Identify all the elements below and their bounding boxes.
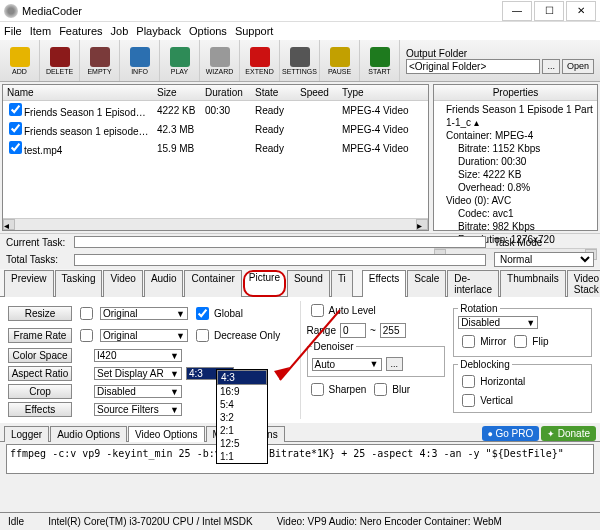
ar-option[interactable]: 4:3 — [217, 370, 267, 385]
ar-option[interactable]: 2:1 — [217, 424, 267, 437]
prop-codec: Codec: avc1 — [438, 207, 593, 220]
tab-ti[interactable]: Ti — [331, 270, 353, 297]
col-duration[interactable]: Duration — [201, 85, 251, 100]
ar-option[interactable]: 16:9 — [217, 385, 267, 398]
effects-button[interactable]: Effects — [8, 402, 72, 417]
file-list[interactable]: Name Size Duration State Speed Type Frie… — [2, 84, 429, 231]
resize-select[interactable]: Original▼ — [100, 307, 188, 320]
file-checkbox[interactable] — [9, 141, 22, 154]
decrease-check[interactable]: Decrease Only — [192, 326, 280, 345]
tab-logger[interactable]: Logger — [4, 426, 49, 442]
sharpen-check[interactable]: Sharpen — [307, 380, 367, 399]
tab-container[interactable]: Container — [184, 270, 241, 297]
toolbar-info[interactable]: INFO — [120, 40, 160, 81]
output-folder-input[interactable] — [406, 59, 540, 74]
file-row[interactable]: Friends season 1 episode 1 part 1...42.3… — [3, 120, 428, 139]
col-state[interactable]: State — [251, 85, 296, 100]
file-checkbox[interactable] — [9, 122, 22, 135]
command-line[interactable]: ffmpeg -c:v vp9 -keyint_min 25 -b:v ${Vi… — [6, 444, 594, 474]
toolbar-play[interactable]: PLAY — [160, 40, 200, 81]
aspect-button[interactable]: Aspect Ratio — [8, 366, 72, 381]
col-size[interactable]: Size — [153, 85, 201, 100]
horizontal-check[interactable]: Horizontal — [458, 372, 525, 391]
tab-thumbnails[interactable]: Thumbnails — [500, 270, 566, 297]
output-folder-open[interactable]: Open — [562, 59, 594, 74]
col-type[interactable]: Type — [338, 85, 428, 100]
crop-button[interactable]: Crop — [8, 384, 72, 399]
tab-preview[interactable]: Preview — [4, 270, 54, 297]
output-folder-browse[interactable]: ... — [542, 59, 560, 74]
global-check[interactable]: Global — [192, 304, 243, 323]
menu-file[interactable]: File — [4, 25, 22, 37]
maximize-button[interactable]: ☐ — [534, 1, 564, 21]
menu-options[interactable]: Options — [189, 25, 227, 37]
tab-deinterlace[interactable]: De-interlace — [447, 270, 499, 297]
blur-check[interactable]: Blur — [370, 380, 410, 399]
aspect-ratio-dropdown[interactable]: 4:316:95:43:22:112:51:1 — [216, 369, 268, 464]
tab-sound[interactable]: Sound — [287, 270, 330, 297]
mirror-check[interactable]: Mirror — [458, 332, 506, 351]
denoiser-browse[interactable]: ... — [386, 357, 404, 371]
ar-option[interactable]: 3:2 — [217, 411, 267, 424]
toolbar-empty[interactable]: EMPTY — [80, 40, 120, 81]
aspect-select[interactable]: Set Display AR▼ — [94, 367, 182, 380]
framerate-button[interactable]: Frame Rate — [8, 328, 72, 343]
colorspace-button[interactable]: Color Space — [8, 348, 72, 363]
autolevel-check[interactable]: Auto Level — [307, 301, 376, 320]
toolbar-wizard[interactable]: WIZARD — [200, 40, 240, 81]
tab-video[interactable]: Video — [103, 270, 142, 297]
colorspace-select[interactable]: I420▼ — [94, 349, 182, 362]
close-button[interactable]: ✕ — [566, 1, 596, 21]
resize-check[interactable] — [76, 304, 96, 323]
task-mode-select[interactable]: Normal — [494, 252, 594, 267]
prop-root[interactable]: Friends Season 1 Episode 1 Part 1-1_c ▴ — [438, 103, 593, 129]
tab-videostack[interactable]: Video Stack — [567, 270, 600, 297]
toolbar-extend[interactable]: EXTEND — [240, 40, 280, 81]
tab-audio[interactable]: Audio — [144, 270, 184, 297]
ar-option[interactable]: 12:5 — [217, 437, 267, 450]
file-row[interactable]: Friends Season 1 Episode 1 Part 1...4222… — [3, 101, 428, 120]
toolbar-settings[interactable]: SETTINGS — [280, 40, 320, 81]
minimize-button[interactable]: — — [502, 1, 532, 21]
rotation-select[interactable]: Disabled▼ — [458, 316, 538, 329]
framerate-check[interactable] — [76, 326, 96, 345]
status-bar: Idle Intel(R) Core(TM) i3-7020U CPU / In… — [0, 512, 600, 530]
col-speed[interactable]: Speed — [296, 85, 338, 100]
ar-option[interactable]: 5:4 — [217, 398, 267, 411]
menu-item[interactable]: Item — [30, 25, 51, 37]
toolbar-pause[interactable]: PAUSE — [320, 40, 360, 81]
status-cpu: Intel(R) Core(TM) i3-7020U CPU / Intel M… — [48, 516, 253, 527]
tab-audio-options[interactable]: Audio Options — [50, 426, 127, 442]
prop-container[interactable]: Container: MPEG-4 — [438, 129, 593, 142]
file-row[interactable]: test.mp415.9 MBReadyMPEG-4 Video — [3, 139, 428, 158]
file-list-header: Name Size Duration State Speed Type — [3, 85, 428, 101]
tab-video-options[interactable]: Video Options — [128, 426, 205, 442]
range-min[interactable] — [340, 323, 366, 338]
donate-button[interactable]: ✦ Donate — [541, 426, 596, 441]
range-max[interactable] — [380, 323, 406, 338]
menu-job[interactable]: Job — [111, 25, 129, 37]
flip-check[interactable]: Flip — [510, 332, 548, 351]
ar-option[interactable]: 1:1 — [217, 450, 267, 463]
menu-support[interactable]: Support — [235, 25, 274, 37]
file-checkbox[interactable] — [9, 103, 22, 116]
vertical-check[interactable]: Vertical — [458, 391, 513, 410]
framerate-select[interactable]: Original▼ — [100, 329, 188, 342]
filelist-hscroll[interactable]: ◂▸ — [3, 218, 428, 230]
denoiser-select[interactable]: Auto▼ — [312, 358, 382, 371]
tab-tasking[interactable]: Tasking — [55, 270, 103, 297]
crop-select[interactable]: Disabled▼ — [94, 385, 182, 398]
go-pro-button[interactable]: ● Go PRO — [482, 426, 540, 441]
tab-effects[interactable]: Effects — [362, 270, 406, 297]
menu-playback[interactable]: Playback — [136, 25, 181, 37]
tab-picture[interactable]: Picture — [243, 270, 286, 297]
prop-video[interactable]: Video (0): AVC — [438, 194, 593, 207]
tab-scale[interactable]: Scale — [407, 270, 446, 297]
toolbar-delete[interactable]: DELETE — [40, 40, 80, 81]
col-name[interactable]: Name — [3, 85, 153, 100]
menu-features[interactable]: Features — [59, 25, 102, 37]
toolbar-start[interactable]: START — [360, 40, 400, 81]
effects-select[interactable]: Source Filters▼ — [94, 403, 182, 416]
resize-button[interactable]: Resize — [8, 306, 72, 321]
toolbar-add[interactable]: ADD — [0, 40, 40, 81]
